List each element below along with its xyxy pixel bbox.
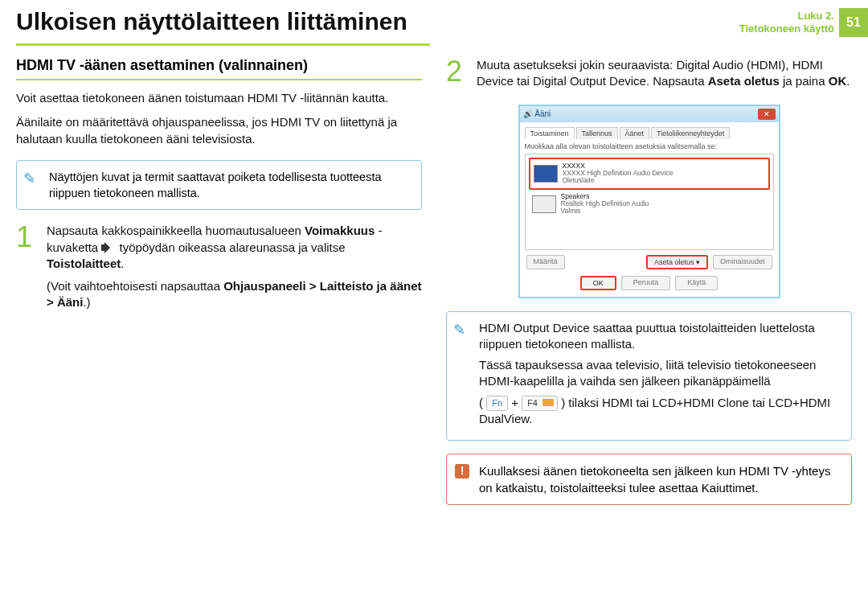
volume-icon [101, 242, 116, 254]
properties-button[interactable]: Ominaisuudet [713, 255, 772, 269]
page-meta: Luku 2. Tietokoneen käyttö 51 [739, 8, 868, 37]
chapter-sub: Tietokoneen käyttö [739, 23, 834, 35]
alert-text: Kuullaksesi äänen tietokoneelta sen jälk… [479, 464, 830, 495]
dialog-titlebar: 🔊 Ääni ✕ [520, 106, 779, 122]
alert-icon: ! [455, 464, 469, 478]
ok-button[interactable]: OK [580, 276, 616, 290]
intro-text-2: Äänilaite on määritettävä ohjauspaneelis… [16, 114, 422, 147]
tab-playback[interactable]: Toistaminen [525, 127, 575, 139]
note2-line2: Tässä tapauksessa avaa televisio, liitä … [479, 357, 843, 390]
step-1: 1 Napsauta kakkospainikkeella huomautusa… [16, 223, 422, 317]
tab-sounds[interactable]: Äänet [620, 127, 650, 139]
apply-button[interactable]: Käytä [675, 276, 718, 290]
note2-line1: HDMI Output Device saattaa puuttua toist… [479, 320, 843, 353]
note-icon: ✎ [453, 320, 465, 340]
close-icon[interactable]: ✕ [758, 109, 776, 120]
page-header: Ulkoisen näyttölaitteen liittäminen Luku… [0, 0, 868, 46]
warning-note: ! Kuullaksesi äänen tietokoneelta sen jä… [446, 454, 852, 505]
configure-button[interactable]: Määritä [526, 255, 565, 269]
left-column: HDMI TV -äänen asettaminen (valinnainen)… [16, 57, 422, 505]
page-title: Ulkoisen näyttölaitteen liittäminen [16, 8, 430, 46]
step-1-line1: Napsauta kakkospainikkeella huomautusalu… [47, 223, 422, 272]
chapter-label: Luku 2. [739, 10, 834, 23]
page-number: 51 [839, 8, 868, 37]
step-1-line2: (Voit vaihtoehtoisesti napsauttaa Ohjaus… [47, 278, 422, 311]
speaker-icon [532, 195, 556, 213]
monitor-icon [534, 165, 558, 183]
step-number: 1 [16, 223, 37, 317]
fn-key-icon: Fn [486, 396, 508, 411]
info-note-2: ✎ HDMI Output Device saattaa puuttua toi… [446, 311, 852, 441]
step-2: 2 Muuta asetukseksi jokin seuraavista: D… [446, 57, 852, 97]
step-number: 2 [446, 57, 467, 97]
device-speakers[interactable]: Speakers Realtek High Definition Audio V… [529, 190, 770, 219]
note-icon: ✎ [23, 169, 35, 189]
tab-recording[interactable]: Tallennus [576, 127, 618, 139]
cancel-button[interactable]: Peruuta [621, 276, 671, 290]
note2-line3: ( Fn + F4 ) tilaksi HDMI tai LCD+HDMI Cl… [479, 395, 843, 428]
dialog-tabs: Toistaminen Tallennus Äänet Tietoliikenn… [525, 127, 774, 139]
tab-communications[interactable]: Tietoliikenneyhteydet [651, 127, 730, 139]
f4-key-icon: F4 [522, 396, 558, 411]
section-title: HDMI TV -äänen asettaminen (valinnainen) [16, 57, 422, 80]
device-hdmi[interactable]: XXXXX XXXXX High Definition Audio Device… [529, 158, 770, 190]
device-list: XXXXX XXXXX High Definition Audio Device… [525, 154, 774, 250]
intro-text-1: Voit asettaa tietokoneen äänen toistumaa… [16, 90, 422, 106]
info-note: ✎ Näyttöjen kuvat ja termit saattavat po… [16, 160, 422, 211]
sound-dialog-screenshot: 🔊 Ääni ✕ Toistaminen Tallennus Äänet Tie… [518, 105, 780, 298]
right-column: 2 Muuta asetukseksi jokin seuraavista: D… [446, 57, 852, 505]
dialog-description: Muokkaa alla olevan toistolaitteen asetu… [525, 142, 774, 150]
set-default-button[interactable]: Aseta oletus ▾ [646, 255, 708, 269]
step-2-text: Muuta asetukseksi jokin seuraavista: Dig… [477, 57, 852, 90]
note-text: Näyttöjen kuvat ja termit saattavat poik… [49, 170, 381, 199]
